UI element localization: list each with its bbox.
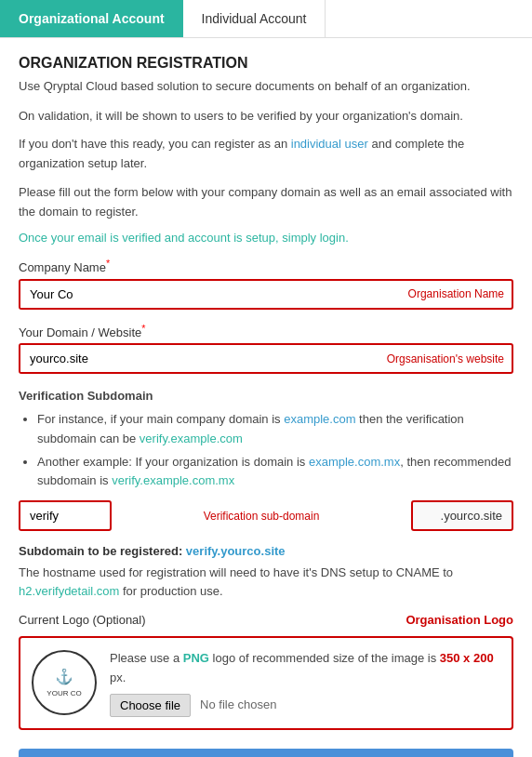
- domain-input[interactable]: [20, 345, 379, 372]
- info-text-1: On validation, it will be shown to users…: [19, 107, 513, 126]
- file-row: Choose file No file chosen: [110, 694, 500, 717]
- verification-info: Verification Subdomain For instance, if …: [19, 387, 513, 491]
- current-logo-label: Current Logo (Optional): [19, 613, 146, 627]
- subdomain-registered-link[interactable]: verify.yourco.site: [186, 544, 286, 558]
- bullet1-sub-link[interactable]: verify.example.com: [140, 432, 243, 445]
- subdomain-prefix-box: [19, 500, 112, 531]
- individual-user-link[interactable]: individual user: [291, 137, 368, 151]
- choose-file-button[interactable]: Choose file: [110, 694, 191, 717]
- register-organization-button[interactable]: Register Organization: [19, 749, 513, 757]
- company-name-label: Company Name*: [19, 258, 513, 274]
- hostname-info: The hostname used for registration will …: [19, 564, 513, 600]
- org-logo-label: Organisation Logo: [406, 613, 513, 627]
- tab-individual[interactable]: Individual Account: [183, 0, 326, 37]
- png-text: PNG: [183, 651, 209, 665]
- section-title: ORGANIZATION REGISTRATION: [19, 55, 513, 72]
- logo-text-info: Please use a PNG logo of recommended siz…: [110, 649, 500, 717]
- info-text-3: Please fill out the form below with your…: [19, 183, 513, 222]
- subdomain-bullet-1: For instance, if your main company domai…: [37, 410, 513, 449]
- info-text-2: If you don't have this ready, you can re…: [19, 135, 513, 174]
- logo-size: 350 x 200: [440, 651, 494, 665]
- no-file-chosen-text: No file chosen: [200, 696, 276, 715]
- domain-label: Your Domain / Website*: [19, 323, 513, 339]
- logo-placeholder: ⚓ YOUR CO: [32, 650, 97, 715]
- company-name-input[interactable]: [20, 281, 401, 308]
- domain-input-row: Orgsanisation's website: [19, 343, 513, 374]
- logo-company-name: YOUR CO: [47, 689, 81, 698]
- bullet2-sub-link[interactable]: verify.example.com.mx: [112, 473, 234, 487]
- tab-organizational[interactable]: Organizational Account: [0, 0, 183, 37]
- subdomain-bullet-2: Another example: If your organization is…: [37, 453, 513, 492]
- verification-subdomain-title: Verification Subdomain: [19, 389, 153, 403]
- company-name-input-row: Organisation Name: [19, 279, 513, 310]
- success-text: Once your email is verified and account …: [19, 231, 513, 245]
- subdomain-group: Verification sub-domain .yourco.site: [19, 500, 513, 531]
- hostname-link[interactable]: h2.verifydetail.com: [19, 584, 119, 598]
- form-content: ORGANIZATION REGISTRATION Use Qryptal Cl…: [0, 38, 532, 757]
- domain-hint: Orgsanisation's website: [379, 352, 512, 365]
- section-subtitle: Use Qryptal Cloud based solution to secu…: [19, 77, 513, 96]
- account-type-tabs: Organizational Account Individual Accoun…: [0, 0, 532, 38]
- logo-header: Current Logo (Optional) Organisation Log…: [19, 613, 513, 631]
- subdomain-registered: Subdomain to be registered: verify.yourc…: [19, 544, 513, 558]
- subdomain-row: Verification sub-domain .yourco.site: [19, 500, 513, 531]
- domain-group: Your Domain / Website* Orgsanisation's w…: [19, 323, 513, 374]
- subdomain-suffix: .yourco.site: [411, 500, 513, 531]
- info2-before: If you don't have this ready, you can re…: [19, 137, 291, 151]
- company-name-hint: Organisation Name: [401, 287, 512, 300]
- bullet1-domain-link[interactable]: example.com: [284, 412, 355, 426]
- anchor-icon: ⚓: [55, 668, 73, 687]
- subdomain-prefix-input[interactable]: [20, 502, 76, 529]
- logo-box: ⚓ YOUR CO Please use a PNG logo of recom…: [19, 636, 513, 730]
- company-name-group: Company Name* Organisation Name: [19, 258, 513, 309]
- bullet2-domain-link[interactable]: example.com.mx: [309, 455, 400, 469]
- subdomain-hint: Verification sub-domain: [112, 510, 411, 523]
